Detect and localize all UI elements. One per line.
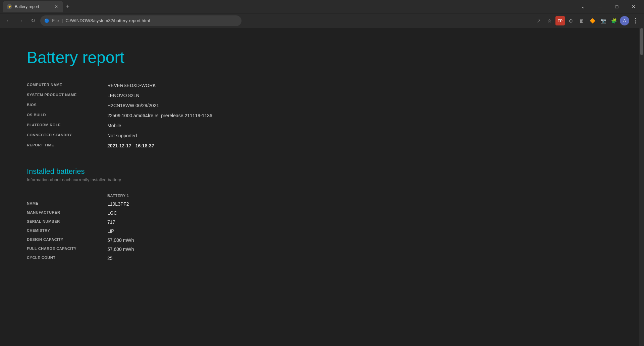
installed-batteries-section: Installed batteries Information about ea… bbox=[27, 167, 617, 263]
info-row-platform-role: PLATFORM ROLE Mobile bbox=[27, 120, 295, 130]
scrollbar[interactable] bbox=[639, 28, 644, 346]
battery-header-empty bbox=[27, 192, 107, 199]
info-label-platform-role: PLATFORM ROLE bbox=[27, 120, 107, 130]
battery-row-cycle-count: CYCLE COUNT 25 bbox=[27, 254, 295, 263]
profile-avatar[interactable]: A bbox=[620, 16, 629, 25]
report-time-date: 2021-12-17 bbox=[107, 143, 131, 148]
tab-close-icon[interactable]: ✕ bbox=[54, 4, 59, 9]
battery-label-name: NAME bbox=[27, 199, 107, 208]
minimize-button[interactable]: ─ bbox=[592, 1, 608, 12]
info-row-product-name: SYSTEM PRODUCT NAME LENOVO 82LN bbox=[27, 90, 295, 100]
battery-value-serial: 717 bbox=[107, 217, 295, 226]
browser-chrome: ⚡ Battery report ✕ + ⌄ ─ □ ✕ bbox=[0, 0, 644, 13]
forward-button[interactable]: → bbox=[16, 16, 25, 25]
new-tab-button[interactable]: + bbox=[63, 2, 72, 11]
tab-bar: ⚡ Battery report ✕ + bbox=[3, 0, 576, 13]
battery-label-serial: SERIAL NUMBER bbox=[27, 217, 107, 226]
installed-batteries-subtitle: Information about each currently install… bbox=[27, 177, 617, 182]
battery-row-serial: SERIAL NUMBER 717 bbox=[27, 217, 295, 226]
extension-icon-1[interactable]: TP bbox=[555, 16, 565, 25]
back-button[interactable]: ← bbox=[4, 16, 13, 25]
info-value-computer-name: REVERSEDXD-WORK bbox=[107, 80, 295, 90]
url-file-label: File bbox=[52, 18, 59, 23]
active-tab[interactable]: ⚡ Battery report ✕ bbox=[3, 1, 63, 12]
toolbar-icons: ↗ ☆ TP ⊙ 🗑 🔶 📷 🧩 A ⋮ bbox=[534, 16, 640, 25]
page-title: Battery report bbox=[27, 48, 617, 67]
battery-label-chemistry: CHEMISTRY bbox=[27, 226, 107, 235]
info-value-report-time: 2021-12-17 16:18:37 bbox=[107, 140, 295, 150]
battery-value-manufacturer: LGC bbox=[107, 208, 295, 217]
battery-value-full-charge: 57,600 mWh bbox=[107, 245, 295, 254]
window-controls: ⌄ ─ □ ✕ bbox=[576, 1, 641, 12]
info-value-product-name: LENOVO 82LN bbox=[107, 90, 295, 100]
url-bar[interactable]: 🔵 File | C:/WINDOWS/system32/battery-rep… bbox=[40, 15, 241, 26]
favorite-icon[interactable]: ☆ bbox=[545, 16, 554, 25]
battery-row-design-capacity: DESIGN CAPACITY 57,000 mWh bbox=[27, 235, 295, 245]
address-bar: ← → ↻ 🔵 File | C:/WINDOWS/system32/batte… bbox=[0, 13, 644, 28]
info-value-connected-standby: Not supported bbox=[107, 130, 295, 140]
battery-header-row: BATTERY 1 bbox=[27, 192, 295, 199]
battery-label-manufacturer: MANUFACTURER bbox=[27, 208, 107, 217]
info-label-computer-name: COMPUTER NAME bbox=[27, 80, 107, 90]
tab-title: Battery report bbox=[15, 4, 51, 9]
extensions-button[interactable]: 🧩 bbox=[609, 16, 619, 25]
battery-row-name: NAME L19L3PF2 bbox=[27, 199, 295, 208]
info-label-connected-standby: CONNECTED STANDBY bbox=[27, 130, 107, 140]
extension-icon-4[interactable]: 🔶 bbox=[588, 16, 597, 25]
battery-value-chemistry: LiP bbox=[107, 226, 295, 235]
info-value-bios: H2CN18WW 06/29/2021 bbox=[107, 100, 295, 110]
installed-batteries-title: Installed batteries bbox=[27, 167, 617, 176]
scrollbar-thumb[interactable] bbox=[640, 28, 643, 55]
battery-value-design-capacity: 57,000 mWh bbox=[107, 235, 295, 245]
system-info-table: COMPUTER NAME REVERSEDXD-WORK SYSTEM PRO… bbox=[27, 80, 295, 150]
info-row-os-build: OS BUILD 22509.1000.amd64fre.rs_prerelea… bbox=[27, 110, 295, 120]
battery-label-design-capacity: DESIGN CAPACITY bbox=[27, 235, 107, 245]
battery-row-chemistry: CHEMISTRY LiP bbox=[27, 226, 295, 235]
url-security-icon: 🔵 bbox=[44, 18, 49, 23]
extension-icon-3[interactable]: 🗑 bbox=[577, 16, 586, 25]
dropdown-button[interactable]: ⌄ bbox=[576, 1, 591, 12]
info-value-os-build: 22509.1000.amd64fre.rs_prerelease.211119… bbox=[107, 110, 295, 120]
battery-column-header: BATTERY 1 bbox=[107, 192, 295, 199]
battery-row-manufacturer: MANUFACTURER LGC bbox=[27, 208, 295, 217]
close-button[interactable]: ✕ bbox=[626, 1, 641, 12]
page-content: Battery report COMPUTER NAME REVERSEDXD-… bbox=[0, 28, 644, 346]
info-row-connected-standby: CONNECTED STANDBY Not supported bbox=[27, 130, 295, 140]
battery-row-full-charge: FULL CHARGE CAPACITY 57,600 mWh bbox=[27, 245, 295, 254]
info-row-bios: BIOS H2CN18WW 06/29/2021 bbox=[27, 100, 295, 110]
report-time-clock: 16:18:37 bbox=[136, 143, 154, 148]
info-value-platform-role: Mobile bbox=[107, 120, 295, 130]
refresh-button[interactable]: ↻ bbox=[28, 16, 38, 25]
info-row-computer-name: COMPUTER NAME REVERSEDXD-WORK bbox=[27, 80, 295, 90]
extension-icon-2[interactable]: ⊙ bbox=[566, 16, 576, 25]
info-label-report-time: REPORT TIME bbox=[27, 140, 107, 150]
maximize-button[interactable]: □ bbox=[609, 1, 625, 12]
info-row-report-time: REPORT TIME 2021-12-17 16:18:37 bbox=[27, 140, 295, 150]
battery-value-name: L19L3PF2 bbox=[107, 199, 295, 208]
battery-info-table: BATTERY 1 NAME L19L3PF2 MANUFACTURER LGC… bbox=[27, 192, 295, 263]
battery-value-cycle-count: 25 bbox=[107, 254, 295, 263]
battery-label-cycle-count: CYCLE COUNT bbox=[27, 254, 107, 263]
browser-menu-icon[interactable]: ⋮ bbox=[631, 16, 640, 25]
info-label-bios: BIOS bbox=[27, 100, 107, 110]
info-label-os-build: OS BUILD bbox=[27, 110, 107, 120]
battery-label-full-charge: FULL CHARGE CAPACITY bbox=[27, 245, 107, 254]
info-label-product-name: SYSTEM PRODUCT NAME bbox=[27, 90, 107, 100]
share-icon[interactable]: ↗ bbox=[534, 16, 543, 25]
url-text: C:/WINDOWS/system32/battery-report.html bbox=[65, 18, 150, 23]
tab-favicon: ⚡ bbox=[7, 4, 12, 9]
extension-icon-5[interactable]: 📷 bbox=[598, 16, 608, 25]
